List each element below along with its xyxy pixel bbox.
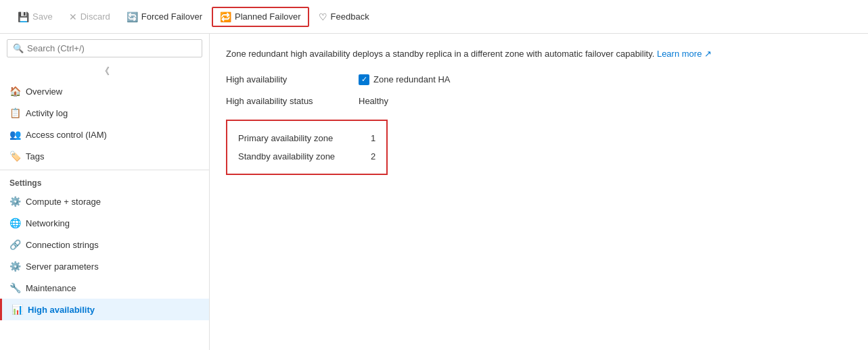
- connection-strings-icon: 🔗: [9, 239, 20, 250]
- sidebar-item-tags[interactable]: 🏷️ Tags: [0, 145, 209, 167]
- collapse-sidebar-button[interactable]: 《: [0, 63, 209, 80]
- search-input[interactable]: [27, 43, 196, 53]
- zones-box: Primary availability zone 1 Standby avai…: [226, 120, 388, 175]
- forced-failover-button[interactable]: 🔄 Forced Failover: [120, 8, 209, 26]
- overview-icon: 🏠: [9, 86, 20, 97]
- discard-icon: ✕: [69, 11, 77, 22]
- high-availability-icon: 📊: [12, 304, 22, 315]
- compute-storage-icon: ⚙️: [9, 196, 20, 207]
- sidebar-item-label: High availability: [28, 305, 95, 315]
- ha-status-label: High availability status: [226, 96, 348, 106]
- primary-zone-value: 1: [371, 133, 375, 143]
- ha-row: High availability ✓ Zone redundant HA: [226, 74, 852, 85]
- sidebar-item-label: Connection strings: [26, 240, 99, 250]
- standby-zone-value: 2: [371, 151, 375, 161]
- save-icon: 💾: [18, 11, 29, 22]
- discard-button[interactable]: ✕ Discard: [62, 8, 117, 26]
- search-container: 🔍: [7, 39, 202, 57]
- tags-icon: 🏷️: [9, 151, 20, 161]
- primary-zone-row: Primary availability zone 1: [238, 129, 375, 147]
- sidebar: 🔍 《 🏠 Overview 📋 Activity log 👥 Access c…: [0, 34, 210, 350]
- sidebar-item-label: Networking: [26, 218, 70, 228]
- ha-label: High availability: [226, 74, 348, 84]
- settings-section-header: Settings: [0, 170, 209, 191]
- sidebar-item-label: Maintenance: [26, 283, 76, 293]
- feedback-icon: ♡: [319, 11, 327, 22]
- standby-zone-label: Standby availability zone: [238, 151, 360, 161]
- networking-icon: 🌐: [9, 218, 20, 228]
- learn-more-link[interactable]: Learn more ↗: [657, 49, 712, 59]
- forced-failover-icon: 🔄: [127, 11, 138, 22]
- sidebar-item-server-parameters[interactable]: ⚙️ Server parameters: [0, 255, 209, 277]
- sidebar-item-networking[interactable]: 🌐 Networking: [0, 212, 209, 234]
- primary-zone-label: Primary availability zone: [238, 133, 360, 143]
- discard-label: Discard: [81, 11, 110, 22]
- sidebar-item-label: Overview: [26, 86, 62, 97]
- standby-zone-row: Standby availability zone 2: [238, 147, 375, 166]
- sidebar-item-access-control[interactable]: 👥 Access control (IAM): [0, 124, 209, 145]
- save-button[interactable]: 💾 Save: [11, 8, 60, 26]
- sidebar-item-high-availability[interactable]: 📊 High availability: [0, 299, 209, 320]
- search-icon: 🔍: [13, 43, 24, 53]
- access-control-icon: 👥: [9, 129, 20, 140]
- info-description: Zone redundant high availability deploys…: [226, 49, 654, 59]
- learn-more-label: Learn more: [657, 49, 702, 59]
- content-area: Zone redundant high availability deploys…: [210, 34, 868, 350]
- ha-status-row: High availability status Healthy: [226, 96, 852, 106]
- ha-status-value-container: Healthy: [359, 96, 388, 106]
- main-layout: 🔍 《 🏠 Overview 📋 Activity log 👥 Access c…: [0, 34, 868, 350]
- info-text: Zone redundant high availability deploys…: [226, 47, 852, 61]
- feedback-button[interactable]: ♡ Feedback: [312, 8, 376, 26]
- sidebar-nav: 🏠 Overview 📋 Activity log 👥 Access contr…: [0, 80, 209, 350]
- sidebar-item-overview[interactable]: 🏠 Overview: [0, 80, 209, 102]
- sidebar-item-label: Access control (IAM): [26, 130, 107, 140]
- sidebar-item-compute-storage[interactable]: ⚙️ Compute + storage: [0, 191, 209, 212]
- ha-value: Zone redundant HA: [373, 74, 450, 84]
- sidebar-item-label: Server parameters: [26, 261, 99, 272]
- sidebar-item-maintenance[interactable]: 🔧 Maintenance: [0, 277, 209, 299]
- sidebar-item-connection-strings[interactable]: 🔗 Connection strings: [0, 234, 209, 255]
- server-parameters-icon: ⚙️: [9, 261, 20, 272]
- ha-status-value: Healthy: [359, 96, 388, 106]
- planned-failover-button[interactable]: 🔁 Planned Failover: [212, 7, 309, 27]
- ha-checkbox[interactable]: ✓: [359, 74, 369, 85]
- sidebar-item-label: Tags: [26, 151, 44, 161]
- sidebar-item-activity-log[interactable]: 📋 Activity log: [0, 102, 209, 124]
- feedback-label: Feedback: [331, 11, 369, 22]
- sidebar-item-label: Activity log: [26, 108, 68, 118]
- maintenance-icon: 🔧: [9, 282, 20, 293]
- toolbar: 💾 Save ✕ Discard 🔄 Forced Failover 🔁 Pla…: [0, 0, 868, 34]
- planned-failover-label: Planned Failover: [235, 11, 301, 22]
- activity-log-icon: 📋: [9, 107, 20, 118]
- ha-value-container: ✓ Zone redundant HA: [359, 74, 450, 85]
- forced-failover-label: Forced Failover: [141, 11, 202, 22]
- save-label: Save: [32, 11, 53, 22]
- sidebar-item-label: Compute + storage: [26, 197, 101, 207]
- planned-failover-icon: 🔁: [220, 11, 231, 22]
